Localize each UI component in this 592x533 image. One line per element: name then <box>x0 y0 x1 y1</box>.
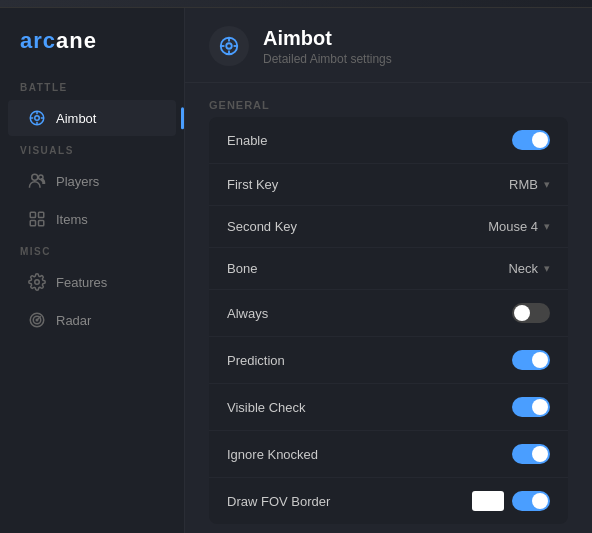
svg-rect-8 <box>30 212 35 217</box>
setting-row-ignore-knocked: Ignore Knocked <box>209 431 568 478</box>
svg-rect-9 <box>39 212 44 217</box>
setting-row-prediction: Prediction <box>209 337 568 384</box>
draw-fov-toggle[interactable] <box>512 491 550 511</box>
visible-check-toggle[interactable] <box>512 397 550 417</box>
section-battle: BATTLE <box>0 74 184 99</box>
setting-row-draw-fov-border: Draw FOV Border <box>209 478 568 524</box>
sidebar-item-features[interactable]: Features <box>8 264 176 300</box>
second-key-dropdown[interactable]: Mouse 4 ▾ <box>488 219 550 234</box>
sidebar-item-radar-label: Radar <box>56 313 91 328</box>
section-visuals: VISUALS <box>0 137 184 162</box>
sidebar-item-radar[interactable]: Radar <box>8 302 176 338</box>
ignore-knocked-toggle[interactable] <box>512 444 550 464</box>
page-title: Aimbot <box>263 27 392 50</box>
header-crosshair-icon <box>218 35 240 57</box>
header-icon-container <box>209 26 249 66</box>
svg-point-1 <box>35 116 40 121</box>
first-key-value: RMB <box>509 177 538 192</box>
always-label: Always <box>227 306 268 321</box>
section-misc: MISC <box>0 238 184 263</box>
svg-point-7 <box>39 175 44 180</box>
logo-suffix: ane <box>56 28 97 53</box>
page-subtitle: Detailed Aimbot settings <box>263 52 392 66</box>
svg-point-6 <box>32 174 38 180</box>
enable-label: Enable <box>227 133 267 148</box>
sidebar: arcane BATTLE Aimbot VISUALS <box>0 8 185 533</box>
sidebar-item-aimbot[interactable]: Aimbot <box>8 100 176 136</box>
second-key-label: Second Key <box>227 219 297 234</box>
grid-icon <box>28 210 46 228</box>
settings-card: Enable First Key RMB ▾ Second Key Mouse … <box>209 117 568 524</box>
svg-rect-11 <box>39 221 44 226</box>
crosshair-icon <box>28 109 46 127</box>
setting-row-enable: Enable <box>209 117 568 164</box>
sidebar-item-aimbot-label: Aimbot <box>56 111 96 126</box>
sidebar-item-features-label: Features <box>56 275 107 290</box>
users-icon <box>28 172 46 190</box>
chevron-down-icon-2: ▾ <box>544 220 550 233</box>
always-toggle[interactable] <box>512 303 550 323</box>
setting-row-bone: Bone Neck ▾ <box>209 248 568 290</box>
draw-fov-border-label: Draw FOV Border <box>227 494 330 509</box>
chevron-down-icon: ▾ <box>544 178 550 191</box>
setting-row-always: Always <box>209 290 568 337</box>
setting-row-second-key: Second Key Mouse 4 ▾ <box>209 206 568 248</box>
radar-icon <box>28 311 46 329</box>
chevron-down-icon-3: ▾ <box>544 262 550 275</box>
fov-color-box[interactable] <box>472 491 504 511</box>
top-bar <box>0 0 592 8</box>
settings-area: General Enable First Key RMB ▾ <box>185 83 592 533</box>
prediction-toggle[interactable] <box>512 350 550 370</box>
prediction-label: Prediction <box>227 353 285 368</box>
visible-check-label: Visible Check <box>227 400 306 415</box>
setting-row-visible-check: Visible Check <box>209 384 568 431</box>
bone-value: Neck <box>508 261 538 276</box>
page-header: Aimbot Detailed Aimbot settings <box>185 8 592 83</box>
main-content: Aimbot Detailed Aimbot settings General … <box>185 8 592 533</box>
second-key-value: Mouse 4 <box>488 219 538 234</box>
header-text: Aimbot Detailed Aimbot settings <box>263 27 392 66</box>
bone-dropdown[interactable]: Neck ▾ <box>508 261 550 276</box>
first-key-label: First Key <box>227 177 278 192</box>
sidebar-item-items[interactable]: Items <box>8 201 176 237</box>
sidebar-item-players-label: Players <box>56 174 99 189</box>
general-section-title: General <box>209 99 568 111</box>
logo: arcane <box>0 24 184 74</box>
first-key-dropdown[interactable]: RMB ▾ <box>509 177 550 192</box>
setting-row-first-key: First Key RMB ▾ <box>209 164 568 206</box>
gear-icon <box>28 273 46 291</box>
svg-rect-10 <box>30 221 35 226</box>
svg-point-12 <box>35 280 40 285</box>
sidebar-item-players[interactable]: Players <box>8 163 176 199</box>
draw-fov-control <box>472 491 550 511</box>
sidebar-item-items-label: Items <box>56 212 88 227</box>
svg-point-18 <box>226 43 232 49</box>
ignore-knocked-label: Ignore Knocked <box>227 447 318 462</box>
app-container: arcane BATTLE Aimbot VISUALS <box>0 8 592 533</box>
bone-label: Bone <box>227 261 257 276</box>
logo-prefix: arc <box>20 28 56 53</box>
enable-toggle[interactable] <box>512 130 550 150</box>
